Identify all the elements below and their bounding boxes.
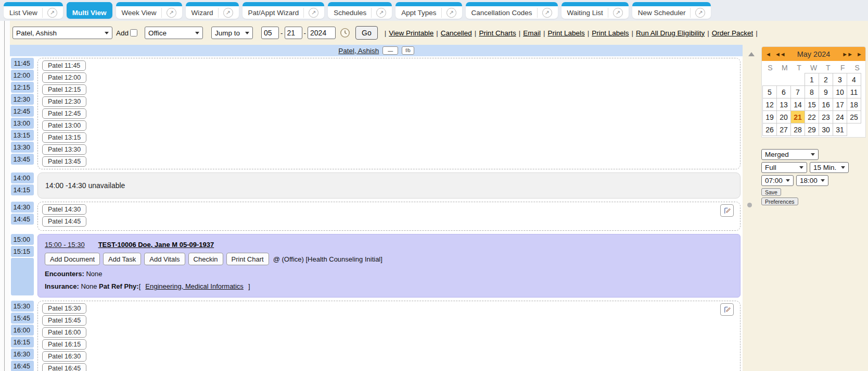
edit-slot-button[interactable] [720,204,734,217]
mini-calendar-day[interactable]: 20 [776,110,791,123]
slot-button[interactable]: Patel 12:15 [42,84,86,95]
go-button[interactable]: Go [355,26,378,40]
mini-calendar-day[interactable]: 26 [762,123,777,136]
tab-cancellation-codes[interactable]: Cancellation Codes↗ [466,2,558,19]
time-label[interactable]: 15:15 [11,246,34,257]
mini-calendar-day[interactable]: 24 [833,110,847,123]
open-new-window-icon[interactable]: ↗ [303,8,318,18]
mini-calendar-day[interactable]: 16 [819,98,833,111]
mini-calendar-day[interactable]: 13 [776,98,791,111]
slot-button[interactable]: Patel 13:30 [42,144,86,155]
time-label[interactable]: 12:15 [11,82,34,93]
time-label[interactable]: 13:15 [11,130,34,141]
open-new-window-icon[interactable]: ↗ [161,8,176,18]
mini-calendar-day[interactable]: 28 [790,123,805,136]
toolbar-link[interactable]: Cancelled [441,29,472,37]
toolbar-link[interactable]: Print Labels [592,29,629,37]
mini-calendar-day[interactable]: 29 [805,123,819,136]
preferences-button[interactable]: Preferences [761,197,798,205]
appointment-action-button[interactable]: Add Document [45,253,100,265]
slot-button[interactable]: Patel 12:00 [42,72,86,83]
mini-calendar-day[interactable]: 19 [762,110,777,123]
open-new-window-icon[interactable]: ↗ [42,8,57,18]
mini-calendar-day[interactable]: 18 [847,98,861,111]
time-label[interactable]: 12:30 [11,94,34,105]
view-mode-select[interactable]: Merged [761,149,819,160]
time-label[interactable]: 14:15 [11,184,34,195]
next-fast-arrow-icon[interactable]: ►► [842,51,852,57]
toolbar-link[interactable]: Order Packet [712,29,754,37]
mini-calendar-day[interactable]: 25 [847,110,861,123]
time-label[interactable]: 13:00 [11,118,34,129]
time-label[interactable]: 15:00 [11,234,34,245]
tab-week-view[interactable]: Week View↗ [116,2,182,19]
appointment-action-button[interactable]: Checkin [188,253,223,265]
slot-button[interactable]: Patel 15:45 [42,315,86,326]
date-day-input[interactable] [285,27,302,39]
mini-calendar-day[interactable]: 23 [819,110,833,123]
slot-button[interactable]: Patel 16:45 [42,363,86,371]
date-month-input[interactable] [261,27,279,39]
time-label[interactable]: 13:45 [11,154,34,165]
time-label[interactable]: 15:45 [11,313,34,324]
time-label[interactable]: 14:00 [11,172,34,183]
mini-calendar-day[interactable]: 12 [762,98,777,111]
tab-new-scheduler[interactable]: New Scheduler↗ [632,2,711,19]
toolbar-link[interactable]: Email [523,29,541,37]
mini-calendar-day[interactable]: 7 [790,85,805,98]
slot-button[interactable]: Patel 15:30 [42,303,86,314]
open-new-window-icon[interactable]: ↗ [371,8,386,18]
mini-calendar-day[interactable]: 22 [805,110,819,123]
provider-select[interactable]: Patel, Ashish [12,27,112,39]
time-label[interactable]: 16:15 [11,337,34,348]
slot-button[interactable]: Patel 16:30 [42,351,86,362]
interval-select[interactable]: 15 Min. [810,162,849,173]
date-year-input[interactable] [308,27,336,39]
frame-resize-handle[interactable] [747,203,752,207]
time-label[interactable]: 15:30 [11,301,34,312]
save-button[interactable]: Save [761,188,781,196]
size-select[interactable]: Full [761,162,807,173]
slot-button[interactable]: Patel 16:00 [42,327,86,338]
scroll-up-icon[interactable] [748,52,755,56]
fb-toggle-button[interactable]: f/b [402,46,414,55]
appointment-action-button[interactable]: Add Task [103,253,141,265]
mini-calendar-day[interactable]: 15 [805,98,819,111]
mini-calendar-day[interactable]: 31 [833,123,847,136]
tab-wizard[interactable]: Wizard↗ [186,2,239,19]
slot-button[interactable]: Patel 14:30 [42,204,86,215]
mini-calendar-day[interactable]: 3 [833,73,847,86]
slot-button[interactable]: Patel 13:15 [42,132,86,143]
appointment-action-button[interactable]: Print Chart [226,253,269,265]
mini-calendar-day[interactable]: 14 [790,98,805,111]
appointment-time-link[interactable]: 15:00 - 15:30 [45,241,85,249]
tab-pat-appt-wizard[interactable]: Pat/Appt Wizard↗ [242,2,325,19]
slot-button[interactable]: Patel 13:00 [42,120,86,131]
time-label[interactable]: 11:45 [11,58,34,69]
mini-calendar-day[interactable]: 1 [805,73,819,86]
appointment-action-button[interactable]: Add Vitals [144,253,185,265]
mini-calendar-day[interactable]: 17 [833,98,847,111]
tab-schedules[interactable]: Schedules↗ [328,2,392,19]
slot-button[interactable]: Patel 11:45 [42,60,86,71]
time-label[interactable]: 12:45 [11,106,34,117]
slot-button[interactable]: Patel 14:45 [42,216,86,227]
tab-multi-view[interactable]: Multi View [67,2,112,19]
time-label[interactable]: 16:45 [11,361,34,371]
calendar-picker-button[interactable] [340,28,350,38]
referring-physician-link[interactable]: Engineering, Medical Informatics [145,282,244,290]
mini-calendar-day[interactable]: 27 [776,123,791,136]
mini-calendar-day[interactable]: 2 [819,73,833,86]
mini-calendar-day[interactable]: 11 [847,85,861,98]
slot-button[interactable]: Patel 16:15 [42,339,86,350]
tab-waiting-list[interactable]: Waiting List↗ [561,2,629,19]
appointment-patient-link[interactable]: TEST-10006 Doe, Jane M 05-09-1937 [98,241,214,249]
start-time-select[interactable]: 07:00 [761,175,794,186]
tab-appt-types[interactable]: Appt Types↗ [395,2,462,19]
slot-button[interactable]: Patel 12:45 [42,108,86,119]
open-new-window-icon[interactable]: ↗ [608,8,623,18]
open-new-window-icon[interactable]: ↗ [537,8,552,18]
collapse-provider-button[interactable]: — [382,46,398,55]
appointment-block[interactable]: 15:00 - 15:30 TEST-10006 Doe, Jane M 05-… [37,234,741,298]
add-checkbox[interactable] [130,29,137,36]
